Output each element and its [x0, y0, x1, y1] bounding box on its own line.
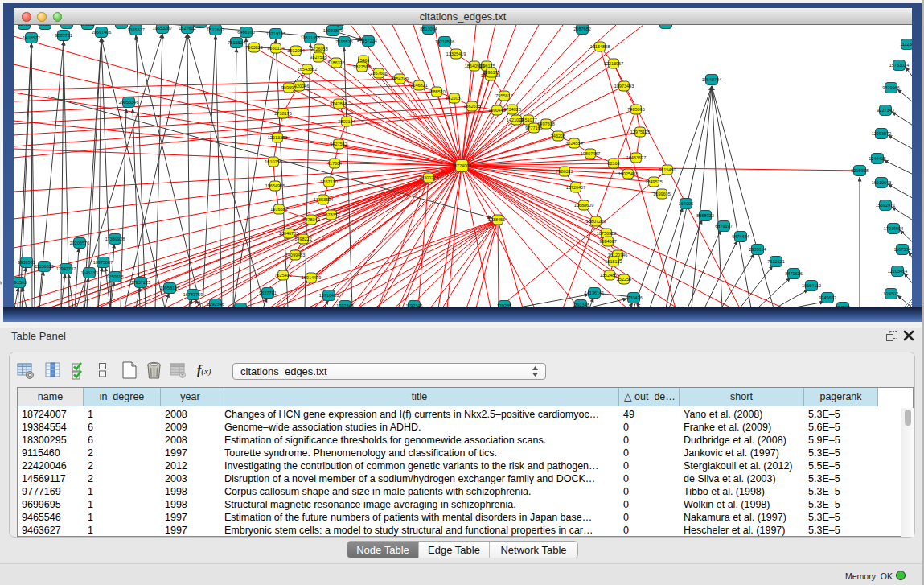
svg-text:1092345: 1092345 — [336, 303, 353, 307]
svg-text:10025433: 10025433 — [618, 171, 638, 176]
svg-text:2935114: 2935114 — [749, 247, 766, 252]
svg-text:7663822: 7663822 — [245, 45, 262, 50]
svg-text:16782759: 16782759 — [183, 292, 203, 297]
svg-text:10975887: 10975887 — [93, 260, 113, 265]
svg-text:3267130: 3267130 — [320, 179, 337, 184]
svg-text:10973493: 10973493 — [614, 84, 634, 89]
svg-text:8454749: 8454749 — [391, 76, 408, 81]
svg-text:1292346: 1292346 — [207, 302, 224, 307]
svg-text:17016504: 17016504 — [884, 226, 903, 231]
svg-text:6879197: 6879197 — [715, 224, 732, 229]
svg-text:9657791: 9657791 — [259, 290, 276, 295]
svg-text:9474444: 9474444 — [732, 234, 749, 239]
svg-text:1065327: 1065327 — [127, 27, 144, 32]
svg-text:7955812: 7955812 — [495, 93, 512, 98]
svg-text:10958137: 10958137 — [160, 286, 179, 290]
svg-text:10756928: 10756928 — [597, 231, 616, 236]
svg-text:2718176: 2718176 — [274, 111, 291, 116]
svg-text:206914: 206914 — [60, 25, 74, 26]
svg-text:19218506: 19218506 — [435, 39, 454, 44]
svg-text:5215958: 5215958 — [851, 168, 868, 173]
svg-text:17359928: 17359928 — [105, 237, 125, 241]
svg-text:2349575: 2349575 — [645, 179, 662, 184]
svg-text:8958923: 8958923 — [696, 213, 713, 218]
svg-text:18724007: 18724007 — [452, 163, 471, 168]
svg-text:9146821: 9146821 — [410, 83, 427, 88]
svg-text:7515524: 7515524 — [228, 40, 244, 45]
svg-text:1498222: 1498222 — [294, 237, 311, 241]
svg-text:10807487: 10807487 — [581, 151, 600, 156]
svg-text:15720407: 15720407 — [566, 185, 585, 190]
svg-text:5878352: 5878352 — [322, 212, 339, 217]
svg-text:7485063: 7485063 — [627, 107, 644, 112]
svg-text:10648784: 10648784 — [702, 77, 721, 82]
svg-text:12975125: 12975125 — [630, 130, 650, 134]
svg-text:9085721: 9085721 — [55, 33, 72, 38]
svg-text:909993: 909993 — [281, 85, 296, 90]
svg-text:9329966: 9329966 — [882, 85, 899, 90]
svg-text:746206: 746206 — [551, 134, 565, 138]
svg-text:18807289: 18807289 — [586, 219, 606, 224]
svg-text:3624554: 3624554 — [565, 141, 582, 146]
svg-text:17957225: 17957225 — [131, 280, 150, 285]
svg-text:16046785: 16046785 — [279, 231, 298, 236]
svg-text:1244415: 1244415 — [869, 156, 885, 161]
svg-text:9427552: 9427552 — [330, 142, 347, 146]
svg-text:10033809: 10033809 — [323, 28, 343, 33]
svg-text:19654985: 19654985 — [265, 183, 285, 188]
svg-text:12942737: 12942737 — [56, 266, 76, 271]
svg-text:129234: 129234 — [233, 306, 248, 307]
svg-text:13325419: 13325419 — [446, 51, 466, 56]
svg-text:9084067: 9084067 — [599, 239, 616, 244]
svg-text:7632621: 7632621 — [767, 259, 784, 264]
svg-text:1699695: 1699695 — [653, 192, 670, 196]
svg-text:12213383: 12213383 — [268, 135, 287, 140]
svg-text:29053346: 29053346 — [119, 100, 138, 105]
svg-text:14099483: 14099483 — [285, 253, 305, 257]
svg-text:1610755: 1610755 — [265, 159, 281, 164]
svg-text:8813054: 8813054 — [420, 27, 437, 31]
svg-text:12093872: 12093872 — [872, 131, 891, 136]
svg-text:16463627: 16463627 — [626, 155, 646, 160]
svg-text:20206576: 20206576 — [70, 241, 89, 245]
svg-text:10671355: 10671355 — [301, 35, 320, 40]
svg-text:1405572: 1405572 — [23, 35, 39, 40]
svg-text:129235: 129235 — [497, 303, 511, 307]
svg-text:1615132: 1615132 — [605, 259, 622, 264]
svg-text:16914479: 16914479 — [302, 275, 321, 280]
svg-text:924505: 924505 — [836, 305, 850, 307]
svg-text:12213967: 12213967 — [604, 61, 623, 66]
svg-text:8471626: 8471626 — [785, 271, 802, 276]
svg-text:9660124: 9660124 — [267, 46, 284, 51]
svg-text:12203454: 12203454 — [888, 269, 907, 274]
svg-text:10719135: 10719135 — [266, 31, 285, 36]
svg-text:3912954: 3912954 — [287, 48, 304, 53]
svg-text:1527602: 1527602 — [179, 26, 195, 31]
svg-text:252254: 252254 — [617, 277, 631, 282]
svg-text:16543362: 16543362 — [298, 67, 317, 72]
svg-text:6466160: 6466160 — [237, 30, 254, 35]
svg-text:190557: 190557 — [38, 25, 52, 27]
svg-text:417004: 417004 — [327, 161, 342, 166]
svg-text:25300273: 25300273 — [419, 175, 438, 180]
svg-text:2803144: 2803144 — [338, 119, 355, 124]
svg-text:62160: 62160 — [607, 161, 619, 166]
svg-text:16154808: 16154808 — [590, 44, 610, 49]
svg-text:1167534: 1167534 — [893, 247, 910, 252]
svg-text:11156819: 11156819 — [35, 264, 54, 269]
svg-text:8878342: 8878342 — [302, 217, 319, 222]
svg-text:9115460: 9115460 — [659, 167, 676, 172]
svg-text:10688609: 10688609 — [574, 203, 593, 208]
svg-text:1145133: 1145133 — [80, 270, 97, 275]
svg-text:6497508: 6497508 — [537, 122, 554, 126]
svg-text:9734028: 9734028 — [503, 107, 520, 112]
svg-text:7986322: 7986322 — [556, 169, 573, 174]
svg-text:1733426: 1733426 — [625, 295, 642, 300]
svg-text:14136141: 14136141 — [585, 290, 604, 295]
svg-text:7515526: 7515526 — [335, 39, 352, 44]
svg-text:9242848: 9242848 — [330, 101, 347, 106]
svg-text:18640910: 18640910 — [465, 64, 484, 68]
svg-text:2087682: 2087682 — [573, 27, 590, 31]
svg-text:2367608: 2367608 — [370, 71, 387, 76]
svg-text:15751024: 15751024 — [889, 63, 909, 68]
